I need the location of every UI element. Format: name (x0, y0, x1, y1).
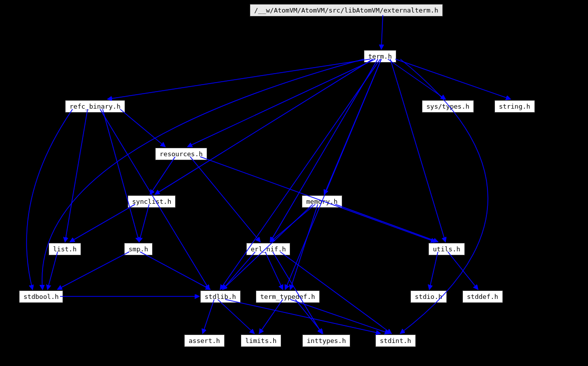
sys-types-h-node: sys/types.h (422, 100, 474, 113)
svg-line-8 (270, 59, 378, 242)
svg-line-27 (223, 252, 255, 289)
svg-line-5 (188, 59, 375, 147)
svg-line-1 (381, 15, 383, 49)
svg-line-4 (395, 59, 510, 99)
stdint-h-node: stdint.h (375, 334, 416, 347)
svg-line-23 (290, 204, 318, 289)
svg-line-30 (429, 252, 438, 289)
svg-line-18 (70, 204, 135, 242)
inttypes-h-node: inttypes.h (302, 334, 350, 347)
svg-line-11 (285, 59, 381, 289)
svg-line-13 (103, 109, 139, 242)
smp-h-node: smp.h (124, 243, 153, 255)
synclist-h-node: synclist.h (128, 195, 176, 208)
svg-line-32 (290, 299, 389, 333)
utils-h-node: utils.h (428, 243, 465, 255)
term-h-node: term.h (364, 50, 396, 63)
list-h-node: list.h (49, 243, 81, 255)
root-node: /__w/AtomVM/AtomVM/src/libAtomVM/externa… (250, 4, 443, 17)
svg-line-3 (388, 59, 445, 99)
svg-line-16 (190, 157, 260, 242)
string-h-node: string.h (494, 100, 535, 113)
svg-line-35 (225, 299, 380, 333)
refc-binary-h-node: refc_binary.h (65, 100, 125, 113)
svg-line-25 (58, 252, 129, 289)
stdio-h-node: stdio.h (410, 290, 447, 303)
limits-h-node: limits.h (241, 334, 281, 347)
svg-line-19 (139, 204, 149, 242)
svg-line-31 (448, 252, 478, 289)
svg-line-21 (335, 204, 438, 242)
svg-line-15 (150, 157, 175, 194)
svg-line-33 (203, 299, 214, 333)
svg-line-26 (140, 252, 210, 289)
svg-line-20 (270, 204, 315, 242)
stddef-h-node: stddef.h (462, 290, 503, 303)
memory-h-node: memory.h (302, 195, 342, 208)
assert-h-node: assert.h (184, 334, 225, 347)
svg-line-9 (390, 59, 445, 242)
svg-line-38 (295, 299, 323, 333)
svg-line-24 (48, 252, 58, 289)
svg-line-2 (108, 59, 370, 99)
svg-line-34 (218, 299, 254, 333)
dependency-graph (0, 0, 588, 366)
svg-line-7 (155, 59, 373, 194)
stdlib-h-node: stdlib.h (200, 290, 241, 303)
resources-h-node: resources.h (155, 148, 207, 160)
svg-line-39 (259, 299, 283, 333)
svg-line-14 (120, 109, 165, 147)
svg-line-28 (265, 252, 283, 289)
svg-line-6 (324, 59, 381, 194)
term-typedef-h-node: term_typedef.h (256, 290, 320, 303)
stdbool-h-node: stdbool.h (19, 290, 63, 303)
svg-line-12 (65, 109, 88, 242)
svg-line-10 (220, 59, 380, 289)
erl-nif-h-node: erl_nif.h (246, 243, 290, 255)
